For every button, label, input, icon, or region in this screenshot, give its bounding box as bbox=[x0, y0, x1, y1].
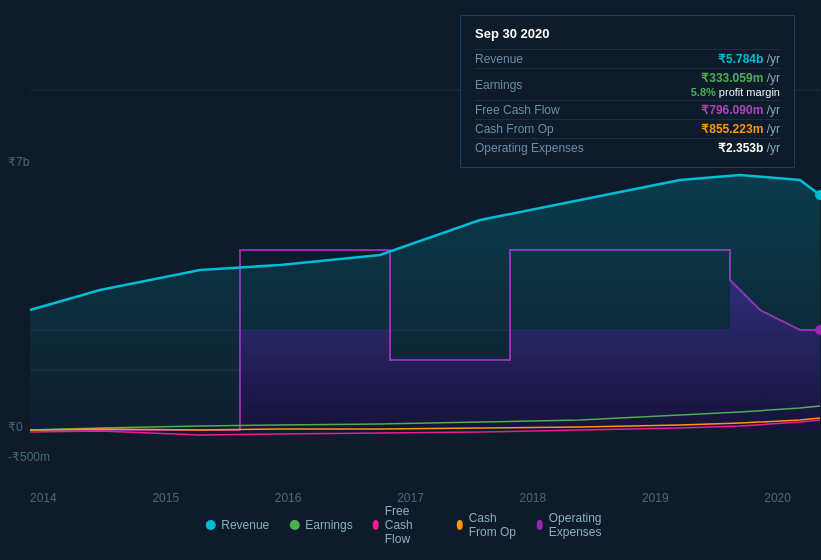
legend-item-revenue[interactable]: Revenue bbox=[205, 518, 269, 532]
tooltip-row-earnings: Earnings ₹333.059m /yr 5.8% profit margi… bbox=[475, 68, 780, 100]
tooltip-row-revenue: Revenue ₹5.784b /yr bbox=[475, 49, 780, 68]
tooltip-sub-margin: 5.8% profit margin bbox=[691, 86, 780, 98]
tooltip-value-revenue: ₹5.784b /yr bbox=[718, 52, 780, 66]
tooltip-value-fcf: ₹796.090m /yr bbox=[701, 103, 780, 117]
data-tooltip: Sep 30 2020 Revenue ₹5.784b /yr Earnings… bbox=[460, 15, 795, 168]
legend-dot-revenue bbox=[205, 520, 215, 530]
x-axis: 2014 2015 2016 2017 2018 2019 2020 bbox=[0, 491, 821, 505]
x-label-2016: 2016 bbox=[275, 491, 302, 505]
tooltip-label-revenue: Revenue bbox=[475, 52, 523, 66]
tooltip-label-fcf: Free Cash Flow bbox=[475, 103, 560, 117]
legend-item-earnings[interactable]: Earnings bbox=[289, 518, 352, 532]
legend-item-opex[interactable]: Operating Expenses bbox=[537, 511, 616, 539]
x-label-2014: 2014 bbox=[30, 491, 57, 505]
tooltip-label-earnings: Earnings bbox=[475, 78, 522, 92]
legend-item-cashfromop[interactable]: Cash From Op bbox=[457, 511, 517, 539]
x-label-2020: 2020 bbox=[764, 491, 791, 505]
x-label-2019: 2019 bbox=[642, 491, 669, 505]
x-label-2018: 2018 bbox=[520, 491, 547, 505]
legend-dot-cashfromop bbox=[457, 520, 463, 530]
chart-legend: Revenue Earnings Free Cash Flow Cash Fro… bbox=[205, 504, 616, 546]
y-axis-top: ₹7b bbox=[8, 155, 29, 169]
x-label-2015: 2015 bbox=[152, 491, 179, 505]
x-label-2017: 2017 bbox=[397, 491, 424, 505]
tooltip-title: Sep 30 2020 bbox=[475, 26, 780, 41]
legend-dot-opex bbox=[537, 520, 543, 530]
legend-label-cashfromop: Cash From Op bbox=[469, 511, 517, 539]
chart-container: ₹7b ₹0 -₹500m 2014 2015 2016 2017 2018 2… bbox=[0, 0, 821, 560]
legend-label-opex: Operating Expenses bbox=[549, 511, 616, 539]
legend-label-earnings: Earnings bbox=[305, 518, 352, 532]
legend-dot-earnings bbox=[289, 520, 299, 530]
tooltip-row-fcf: Free Cash Flow ₹796.090m /yr bbox=[475, 100, 780, 119]
tooltip-row-cashfromop: Cash From Op ₹855.223m /yr bbox=[475, 119, 780, 138]
y-axis-bottom: -₹500m bbox=[8, 450, 50, 464]
legend-label-revenue: Revenue bbox=[221, 518, 269, 532]
tooltip-value-earnings: ₹333.059m /yr bbox=[691, 71, 780, 85]
tooltip-value-opex: ₹2.353b /yr bbox=[718, 141, 780, 155]
tooltip-row-opex: Operating Expenses ₹2.353b /yr bbox=[475, 138, 780, 157]
tooltip-value-cashfromop: ₹855.223m /yr bbox=[701, 122, 780, 136]
legend-label-fcf: Free Cash Flow bbox=[385, 504, 437, 546]
tooltip-label-cashfromop: Cash From Op bbox=[475, 122, 554, 136]
tooltip-label-opex: Operating Expenses bbox=[475, 141, 584, 155]
y-axis-mid: ₹0 bbox=[8, 420, 23, 434]
legend-dot-fcf bbox=[373, 520, 379, 530]
legend-item-fcf[interactable]: Free Cash Flow bbox=[373, 504, 437, 546]
